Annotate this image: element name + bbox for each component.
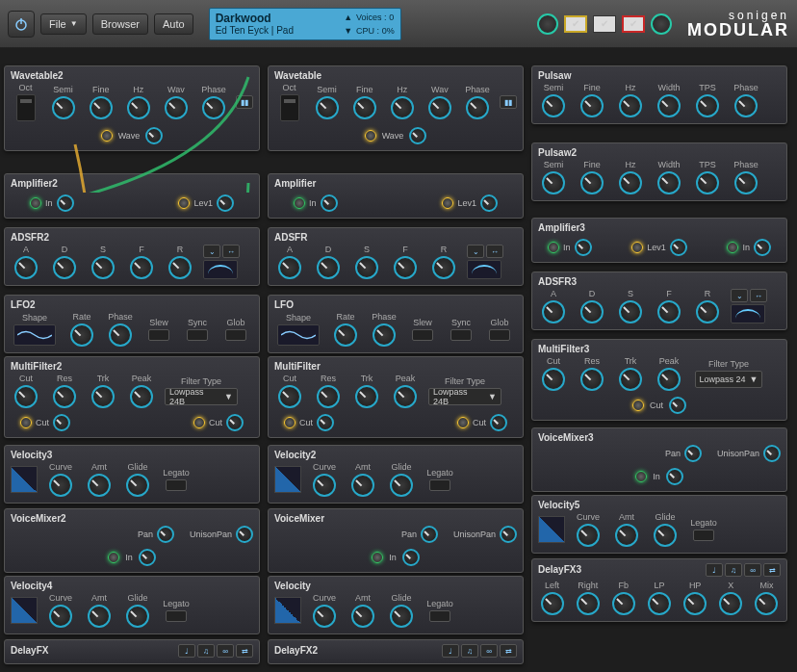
- phase-knob[interactable]: [734, 171, 758, 194]
- module-wavetable2[interactable]: Wavetable2 Oct Semi Fine Hz Wav Phase ▮▮…: [4, 65, 260, 151]
- r-knob[interactable]: [696, 300, 719, 323]
- cut-mod-knob[interactable]: [669, 397, 686, 414]
- amp-in-knob[interactable]: [57, 194, 74, 212]
- amp-in-knob-2[interactable]: [754, 239, 771, 256]
- semi-knob[interactable]: [52, 96, 75, 119]
- s-knob[interactable]: [619, 300, 642, 323]
- vm-in-port[interactable]: [635, 471, 647, 482]
- browser-button[interactable]: Browser: [92, 13, 148, 35]
- slew-toggle[interactable]: [412, 329, 433, 341]
- link-icon[interactable]: ∞: [744, 563, 761, 577]
- header-check-3[interactable]: ✔: [622, 15, 645, 33]
- r-knob[interactable]: [168, 256, 192, 279]
- module-multifilter3[interactable]: MultiFilter3 Cut Res Trk Peak Filter Typ…: [531, 339, 787, 421]
- module-velocity3[interactable]: Velocity3 Curve Amt Glide Legato: [4, 445, 260, 504]
- mix-knob[interactable]: [755, 592, 778, 615]
- lfo-shape-select[interactable]: [13, 324, 56, 346]
- d-knob[interactable]: [53, 256, 76, 279]
- pan-knob[interactable]: [157, 526, 174, 543]
- curve-knob[interactable]: [313, 474, 336, 497]
- header-check-1[interactable]: ✔: [564, 15, 587, 33]
- note-icon[interactable]: ♫: [197, 644, 215, 658]
- wav-knob[interactable]: [165, 96, 188, 119]
- link-icon[interactable]: ∞: [217, 644, 234, 658]
- cut-mod-knob-1[interactable]: [53, 414, 70, 431]
- amt-knob[interactable]: [351, 605, 374, 628]
- vm-in-knob[interactable]: [666, 468, 683, 485]
- module-lfo[interactable]: LFO Shape Rate Phase Slew Sync Glob: [268, 295, 524, 353]
- sync-toggle[interactable]: [187, 329, 208, 341]
- module-amplifier2[interactable]: Amplifier2 In Lev1: [4, 173, 260, 219]
- env-loop-icon[interactable]: ↔: [750, 289, 767, 302]
- amp-lev-port[interactable]: [178, 197, 190, 209]
- note-icon[interactable]: ♫: [725, 563, 742, 577]
- vm-in-knob[interactable]: [402, 549, 420, 566]
- semi-knob[interactable]: [542, 94, 565, 117]
- phase-knob[interactable]: [734, 94, 758, 117]
- wave-knob[interactable]: [145, 127, 163, 144]
- amp-lev-knob[interactable]: [670, 239, 687, 256]
- preset-next-icon[interactable]: ▼: [344, 26, 352, 36]
- wave-knob[interactable]: [409, 127, 426, 144]
- unisonpan-knob[interactable]: [236, 526, 253, 543]
- d-knob[interactable]: [580, 300, 604, 323]
- legato-toggle[interactable]: [693, 530, 714, 541]
- pan-knob[interactable]: [684, 445, 702, 462]
- module-velocity5[interactable]: Velocity5 Curve Amt Glide Legato: [531, 495, 787, 554]
- module-multifilter[interactable]: MultiFilter Cut Res Trk Peak Filter Type…: [268, 356, 524, 438]
- f-knob[interactable]: [394, 256, 417, 279]
- env-mode-icon[interactable]: ⌄: [731, 289, 748, 302]
- peak-knob[interactable]: [394, 385, 417, 408]
- glide-knob[interactable]: [390, 474, 413, 497]
- amt-knob[interactable]: [88, 605, 111, 628]
- filter-type-dropdown[interactable]: Lowpass 24B▼: [428, 388, 501, 405]
- sync-icon[interactable]: ♩: [178, 644, 195, 658]
- vm-in-port[interactable]: [372, 552, 383, 563]
- amt-knob[interactable]: [88, 474, 111, 497]
- vm-in-port[interactable]: [108, 552, 119, 563]
- tps-knob[interactable]: [696, 171, 719, 194]
- power-button[interactable]: [8, 11, 35, 38]
- cut-mod-knob-2[interactable]: [226, 414, 244, 431]
- legato-toggle[interactable]: [166, 479, 187, 491]
- sync-toggle[interactable]: [450, 329, 472, 341]
- vm-in-knob[interactable]: [139, 549, 156, 566]
- oct-selector[interactable]: [16, 94, 36, 121]
- pingpong-icon[interactable]: ⇄: [500, 644, 517, 658]
- f-knob[interactable]: [657, 300, 681, 323]
- curve-knob[interactable]: [577, 524, 600, 547]
- cut-port-1[interactable]: [20, 417, 32, 428]
- module-amplifier[interactable]: Amplifier In Lev1: [268, 173, 524, 219]
- a-knob[interactable]: [278, 256, 301, 279]
- module-velocity4[interactable]: Velocity4 Curve Amt Glide Legato: [4, 576, 260, 634]
- module-adsfr[interactable]: ADSFR A D S F R ⌄↔: [268, 227, 524, 286]
- curve-knob[interactable]: [313, 605, 336, 628]
- module-delayfx[interactable]: DelayFX ♩ ♫ ∞ ⇄: [4, 639, 260, 664]
- sync-icon[interactable]: ♩: [442, 644, 459, 658]
- header-knob-2[interactable]: [651, 13, 672, 35]
- rate-knob[interactable]: [334, 323, 357, 347]
- trk-knob[interactable]: [91, 385, 115, 408]
- filter-type-dropdown[interactable]: Lowpass 24▼: [695, 371, 763, 388]
- semi-knob[interactable]: [316, 96, 339, 119]
- env-loop-icon[interactable]: ↔: [222, 245, 240, 258]
- x-knob[interactable]: [719, 592, 742, 615]
- trk-knob[interactable]: [619, 368, 642, 391]
- lfo-shape-select[interactable]: [277, 324, 320, 346]
- peak-knob[interactable]: [657, 368, 681, 391]
- unisonpan-knob[interactable]: [763, 445, 781, 462]
- a-knob[interactable]: [542, 300, 565, 323]
- bars-icon[interactable]: ▮▮: [236, 95, 253, 109]
- r-knob[interactable]: [432, 256, 455, 279]
- curve-knob[interactable]: [49, 605, 72, 628]
- width-knob[interactable]: [657, 94, 681, 117]
- module-voicemixer3[interactable]: VoiceMixer3 Pan UnisonPan In: [531, 427, 787, 492]
- fb-knob[interactable]: [612, 592, 635, 615]
- module-multifilter2[interactable]: MultiFilter2 Cut Res Trk Peak Filter Typ…: [4, 356, 260, 438]
- width-knob[interactable]: [657, 171, 681, 194]
- hz-knob[interactable]: [619, 171, 642, 194]
- s-knob[interactable]: [91, 256, 115, 279]
- trk-knob[interactable]: [355, 385, 378, 408]
- fine-knob[interactable]: [580, 94, 604, 117]
- module-voicemixer[interactable]: VoiceMixer Pan UnisonPan In: [268, 508, 524, 573]
